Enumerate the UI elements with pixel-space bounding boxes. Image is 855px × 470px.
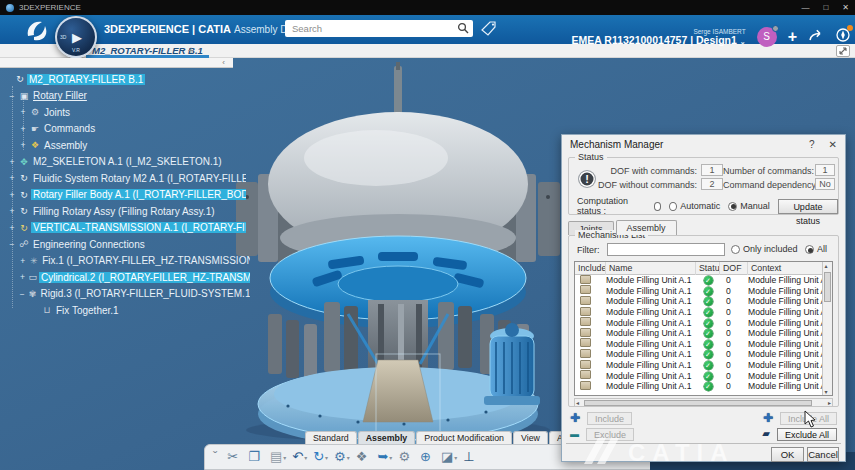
dialog-close-button[interactable]: ✕ xyxy=(829,139,837,150)
exclude-all-button[interactable]: ▰ Exclude All xyxy=(762,427,837,441)
radio-automatic[interactable] xyxy=(669,202,677,211)
tree-item[interactable]: + ↻ Filling Rotary Assy (Filling Rotary … xyxy=(0,203,250,220)
filter-input[interactable] xyxy=(607,243,725,256)
mechanism-row[interactable]: Module Filling Unit A.1 0 Module Filling… xyxy=(575,286,832,297)
included-icon[interactable] xyxy=(580,338,591,347)
dialog-help-button[interactable]: ? xyxy=(809,139,815,150)
close-button[interactable]: ✕ xyxy=(842,3,849,12)
tree-item[interactable]: ↻ M2_ROTARY-FILLER B.1 xyxy=(0,71,250,88)
add-content-button[interactable]: + xyxy=(788,30,797,44)
tree-expander[interactable]: + xyxy=(18,124,28,134)
included-icon[interactable] xyxy=(580,349,591,358)
mechanism-row[interactable]: Module Filling Unit A.1 0 Module Filling… xyxy=(575,275,832,286)
3d-compass-icon[interactable]: ▶ 3D V.R xyxy=(55,16,97,58)
tree-item[interactable]: − ✾ Rigid.3 (I_ROTARY-FILLER_FLUID-SYSTE… xyxy=(0,286,250,303)
actionbar-tab[interactable]: Assembly xyxy=(358,431,416,444)
manage-representations-icon[interactable]: ⚙ ▾ xyxy=(396,446,416,468)
dropdown-caret-icon[interactable]: ▾ xyxy=(304,454,307,461)
included-icon[interactable] xyxy=(580,307,591,316)
include-all-button[interactable]: ✚ Include All xyxy=(763,411,837,425)
tree-item[interactable]: + ↻ Fluidic System Rotary M2 A.1 (I_ROTA… xyxy=(0,170,250,187)
cancel-button[interactable]: Cancel xyxy=(807,447,839,462)
exclude-button[interactable]: ▬ Exclude xyxy=(570,427,634,441)
help-compass-icon[interactable] xyxy=(835,27,851,47)
copy-icon[interactable]: ❐ ▾ xyxy=(246,446,266,468)
scrollbar-thumb[interactable] xyxy=(584,400,812,406)
included-icon[interactable] xyxy=(580,360,591,369)
tree-item[interactable]: + ❖ Assembly xyxy=(0,137,250,154)
dropdown-caret-icon[interactable]: ▾ xyxy=(454,454,457,461)
new-component-icon[interactable]: ⚙ ▾ xyxy=(332,446,352,468)
tree-expander[interactable]: + xyxy=(7,190,17,200)
scrollbar-thumb[interactable] xyxy=(824,272,831,302)
tree-item[interactable]: + ↻ VERTICAL-TRANSMISSION A.1 (I_ROTARY-… xyxy=(0,220,250,237)
included-icon[interactable] xyxy=(580,381,591,390)
robot-axis-icon[interactable]: ⊥ ▾ xyxy=(461,446,480,468)
radio-automatic[interactable] xyxy=(654,202,662,211)
tree-item[interactable]: + ▭ Cylindrical.2 (I_ROTARY-FILLER_HZ-TR… xyxy=(0,269,250,286)
tree-expander[interactable]: + xyxy=(7,223,17,233)
tree-item[interactable]: ⊔ Fix Together.1 xyxy=(0,302,250,319)
minimize-button[interactable]: — xyxy=(801,3,809,12)
tree-expander[interactable]: + xyxy=(18,256,27,266)
undo-icon[interactable]: ↶ ▾ xyxy=(290,446,309,468)
3d-model[interactable] xyxy=(228,62,568,452)
radio-manual[interactable] xyxy=(728,202,737,211)
tree-item[interactable]: + ✥ M2_SKELETON A.1 (I_M2_SKELETON.1) xyxy=(0,154,250,171)
included-icon[interactable] xyxy=(580,317,591,326)
include-button[interactable]: ✚ Include xyxy=(570,411,632,425)
new-tab-button[interactable]: + xyxy=(188,45,194,56)
tree-item[interactable]: − ▣ Rotary Filler xyxy=(0,88,250,105)
included-icon[interactable] xyxy=(580,296,591,305)
mechanism-row[interactable]: Module Filling Unit A.1 0 Module Filling… xyxy=(575,296,832,307)
mechanism-row[interactable]: Module Filling Unit A.1 0 Module Filling… xyxy=(575,370,832,381)
cut-icon[interactable]: ✂ ▾ xyxy=(225,446,244,468)
search-icon[interactable] xyxy=(457,20,469,38)
mechanism-row[interactable]: Module Filling Unit A.1 0 Module Filling… xyxy=(575,360,832,371)
section-view-icon[interactable]: ◪ ▾ xyxy=(439,446,459,468)
horizontal-scrollbar[interactable] xyxy=(574,398,833,407)
insert-existing-product-icon[interactable]: ➥ ▾ xyxy=(375,446,394,468)
compass-play-icon[interactable]: ▶ xyxy=(72,30,82,45)
workspace-selector[interactable]: EMEA R1132100014757 | Design1 ⌄ xyxy=(571,35,745,47)
tree-item[interactable]: + ⚙ Joints xyxy=(0,104,250,121)
tree-item[interactable]: + ☛ Commands xyxy=(0,121,250,138)
radio-only-included[interactable] xyxy=(731,245,740,254)
assembly-component-icon[interactable]: ❖ ▾ xyxy=(354,446,374,468)
actionbar-tab[interactable]: View xyxy=(513,431,548,444)
dropdown-caret-icon[interactable]: ▾ xyxy=(389,454,392,461)
mechanism-row[interactable]: Module Filling Unit A.1 0 Module Filling… xyxy=(575,339,832,350)
mechanism-row[interactable]: Module Filling Unit A.1 0 Module Filling… xyxy=(575,307,832,318)
tree-item[interactable]: + ↻ Rotary Filler Body A.1 (I_ROTARY-FIL… xyxy=(0,187,250,204)
tree-expander[interactable]: − xyxy=(7,239,17,249)
mechanism-row[interactable]: Module Filling Unit A.1 0 Module Filling… xyxy=(575,317,832,328)
user-block[interactable]: Serge ISAMBERT EMEA R1132100014757 | Des… xyxy=(571,28,745,47)
dropdown-caret-icon[interactable]: ▾ xyxy=(347,454,350,461)
collapse-toolbar-icon[interactable]: ˇ ▾ xyxy=(211,446,223,468)
share-icon[interactable] xyxy=(808,28,824,46)
update-icon[interactable]: ↻ ▾ xyxy=(311,446,330,468)
tree-expander[interactable]: + xyxy=(18,107,28,117)
radio-all[interactable] xyxy=(805,245,814,254)
actionbar-tab[interactable]: Product Modification xyxy=(416,431,512,444)
paste-icon[interactable]: ▤ ▾ xyxy=(268,446,288,468)
update-assembly-icon[interactable]: ⊕ ▾ xyxy=(418,446,437,468)
vertical-scrollbar[interactable] xyxy=(822,262,832,395)
table-header[interactable]: Included Name Status DOF w... Context xyxy=(575,262,832,275)
tree-expander[interactable]: + xyxy=(18,140,28,150)
tree-toolbar[interactable]: ‹ xyxy=(0,58,233,68)
tree-expander[interactable]: + xyxy=(7,157,17,167)
tree-expander[interactable]: + xyxy=(18,272,27,282)
dialog-tab[interactable]: Assembly xyxy=(616,220,677,235)
actionbar-tab[interactable]: Standard xyxy=(305,431,357,444)
dropdown-caret-icon[interactable]: ▾ xyxy=(283,454,286,461)
tree-collapse-icon[interactable]: ‹ xyxy=(222,59,225,67)
mechanism-row[interactable]: Module Filling Unit A.1 0 Module Filling… xyxy=(575,381,832,392)
search-input[interactable]: Search xyxy=(285,20,473,37)
included-icon[interactable] xyxy=(580,328,591,337)
tree-item[interactable]: + ✳ Fix.1 (I_ROTARY-FILLER_HZ-TRANSMISSI… xyxy=(0,253,250,270)
tag-icon[interactable] xyxy=(481,20,498,41)
tree-expander[interactable]: + xyxy=(7,206,17,216)
tree-expander[interactable]: − xyxy=(7,91,17,101)
dropdown-caret-icon[interactable]: ▾ xyxy=(325,454,328,461)
